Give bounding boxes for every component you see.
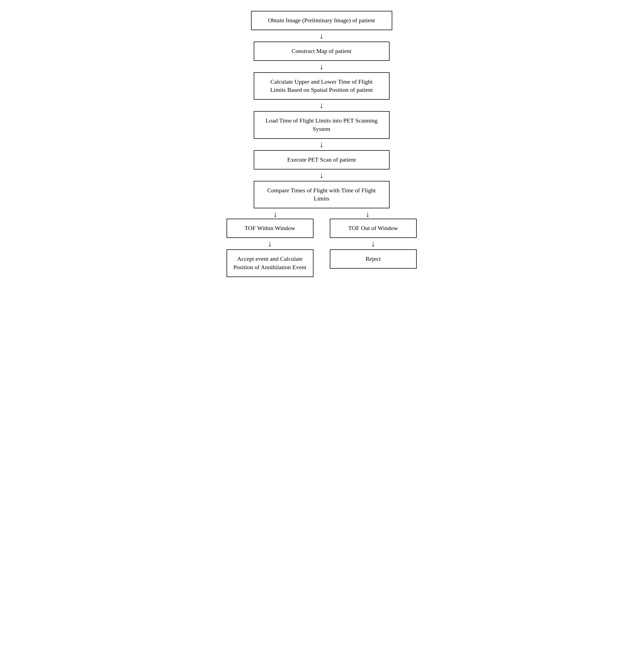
accept-event-box: Accept event and Calculate Position of A… bbox=[227, 249, 314, 277]
obtain-image-box: Obtain Image (Preliminary Image) of pati… bbox=[251, 11, 392, 30]
calculate-limits-label: Calculate Upper and Lower Time of Flight… bbox=[270, 78, 373, 94]
execute-scan-box: Execute PET Scan of patient bbox=[254, 150, 390, 170]
left-branch: TOF Within Window ↓ Accept event and Cal… bbox=[218, 219, 322, 277]
construct-map-box: Construct Map of patient bbox=[254, 41, 390, 61]
execute-scan-label: Execute PET Scan of patient bbox=[287, 156, 356, 163]
arrow-1: ↓ bbox=[319, 31, 324, 40]
calculate-limits-box: Calculate Upper and Lower Time of Flight… bbox=[254, 72, 390, 100]
right-branch-arrow: ↓ bbox=[371, 239, 375, 248]
arrow-1-symbol: ↓ bbox=[319, 32, 324, 40]
split-section: TOF Within Window ↓ Accept event and Cal… bbox=[199, 219, 444, 277]
tof-within-box: TOF Within Window bbox=[227, 219, 314, 238]
reject-box: Reject bbox=[330, 249, 417, 269]
arrow-5: ↓ bbox=[319, 171, 324, 180]
load-tof-label: Load Time of Flight Limits into PET Scan… bbox=[265, 117, 377, 132]
flowchart: Obtain Image (Preliminary Image) of pati… bbox=[199, 11, 444, 277]
arrow-4-symbol: ↓ bbox=[319, 140, 324, 149]
tof-out-box: TOF Out of Window bbox=[330, 219, 417, 238]
compare-tof-box: Compare Times of Flight with Time of Fli… bbox=[254, 181, 390, 209]
right-split-arrow: ↓ bbox=[366, 210, 370, 218]
accept-event-label: Accept event and Calculate Position of A… bbox=[233, 255, 306, 270]
reject-label: Reject bbox=[365, 255, 380, 262]
right-branch-arrow-symbol: ↓ bbox=[371, 240, 375, 248]
arrow-3-symbol: ↓ bbox=[319, 101, 324, 109]
left-branch-arrow: ↓ bbox=[268, 239, 272, 248]
left-split-arrow: ↓ bbox=[273, 210, 277, 218]
split-arrows: ↓ ↓ bbox=[218, 209, 425, 219]
arrow-3: ↓ bbox=[319, 101, 324, 110]
left-branch-arrow-symbol: ↓ bbox=[268, 240, 272, 248]
right-arrow-container: ↓ bbox=[322, 209, 425, 219]
arrow-5-symbol: ↓ bbox=[319, 171, 324, 179]
load-tof-box: Load Time of Flight Limits into PET Scan… bbox=[254, 111, 390, 139]
tof-out-label: TOF Out of Window bbox=[348, 225, 398, 231]
arrow-4: ↓ bbox=[319, 140, 324, 149]
obtain-image-label: Obtain Image (Preliminary Image) of pati… bbox=[268, 17, 375, 24]
right-branch: TOF Out of Window ↓ Reject bbox=[322, 219, 425, 277]
construct-map-label: Construct Map of patient bbox=[291, 48, 352, 54]
compare-tof-label: Compare Times of Flight with Time of Fli… bbox=[267, 187, 376, 202]
arrow-2-symbol: ↓ bbox=[319, 62, 324, 71]
arrow-2: ↓ bbox=[319, 62, 324, 71]
left-arrow-container: ↓ bbox=[218, 209, 322, 219]
tof-within-label: TOF Within Window bbox=[244, 225, 295, 231]
